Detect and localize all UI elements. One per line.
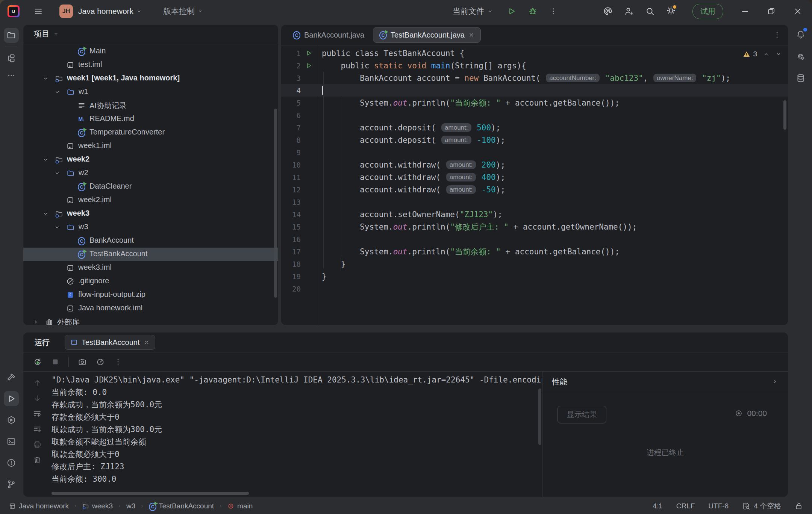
- warnings-indicator[interactable]: 3: [743, 50, 757, 58]
- performance-header[interactable]: 性能: [542, 372, 788, 392]
- console-hscrollbar[interactable]: [52, 492, 249, 495]
- run-tab-testbankaccount[interactable]: TestBankAccount: [65, 335, 155, 350]
- tool-project-button[interactable]: [4, 28, 19, 43]
- code-line-10[interactable]: 10 account.withdraw( amount: 200);: [281, 159, 788, 171]
- tool-services-button[interactable]: [4, 413, 19, 428]
- tool-problems-button[interactable]: [4, 455, 19, 470]
- profiler-icon[interactable]: [96, 357, 105, 366]
- indent-setting[interactable]: 4 个空格: [742, 501, 781, 511]
- run-options-icon[interactable]: [114, 358, 122, 366]
- chevron-down-icon[interactable]: [42, 156, 49, 163]
- line-number[interactable]: 6: [281, 111, 301, 119]
- breadcrumb-testbankaccount[interactable]: CTestBankAccount: [149, 502, 214, 510]
- unlock-icon[interactable]: [795, 502, 803, 510]
- tree-item-datacleaner[interactable]: CDataCleaner: [23, 180, 278, 194]
- line-number[interactable]: 7: [281, 124, 301, 132]
- tree-item-readme-md[interactable]: M↓README.md: [23, 112, 278, 126]
- tree-item-test-iml[interactable]: test.iml: [23, 58, 278, 72]
- tab-options-icon[interactable]: [773, 31, 781, 39]
- breadcrumb-java-homework[interactable]: Java homework: [9, 502, 69, 510]
- line-number[interactable]: 19: [281, 272, 301, 281]
- tab-bankaccount[interactable]: C BankAccount.java: [286, 27, 371, 43]
- breadcrumb-main[interactable]: main: [227, 502, 253, 510]
- restore-button[interactable]: [767, 7, 776, 16]
- next-problem-icon[interactable]: [775, 51, 782, 57]
- tree-item-w3[interactable]: w3: [23, 221, 278, 234]
- tree-item-week3-iml[interactable]: week3.iml: [23, 261, 278, 275]
- code-line-18[interactable]: 18 }: [281, 258, 788, 270]
- notifications-button[interactable]: [793, 27, 808, 42]
- tree-item-week2-iml[interactable]: week2.iml: [23, 194, 278, 207]
- line-number[interactable]: 16: [281, 235, 301, 243]
- ai-assistant-icon[interactable]: [603, 6, 613, 16]
- code-line-12[interactable]: 12 account.withdraw( amount: -50);: [281, 183, 788, 196]
- print-icon[interactable]: [33, 440, 42, 449]
- code-line-9[interactable]: 9: [281, 146, 788, 159]
- code-line-5[interactable]: 5 System.out.println("当前余额: " + account.…: [281, 97, 788, 109]
- show-results-button[interactable]: 显示结果: [557, 406, 606, 423]
- trial-button[interactable]: 试用: [692, 4, 723, 19]
- vcs-menu[interactable]: 版本控制: [163, 6, 203, 17]
- code-line-7[interactable]: 7 account.deposit( amount: 500);: [281, 121, 788, 134]
- line-number[interactable]: 17: [281, 248, 301, 256]
- tree-item-temperatureconverter[interactable]: CTemperatureConverter: [23, 126, 278, 139]
- console-vscrollbar[interactable]: [538, 389, 541, 445]
- soft-wrap-icon[interactable]: [33, 409, 42, 418]
- chevron-right-icon[interactable]: [32, 319, 39, 325]
- line-number[interactable]: 20: [281, 285, 301, 293]
- close-button[interactable]: [793, 7, 802, 16]
- tool-terminal-button[interactable]: [4, 434, 19, 449]
- tree-item-week1-iml[interactable]: week1.iml: [23, 139, 278, 153]
- tree-item-w2[interactable]: w2: [23, 166, 278, 180]
- code-line-1[interactable]: 1public class TestBankAccount {: [281, 47, 788, 59]
- tree-item-flow-input-output-zip[interactable]: flow-input-output.zip: [23, 288, 278, 302]
- code-line-15[interactable]: 15 System.out.println("修改后户主: " + accoun…: [281, 221, 788, 233]
- close-run-tab-icon[interactable]: [144, 339, 150, 345]
- rerun-icon[interactable]: [33, 357, 42, 366]
- tool-commit-button[interactable]: [4, 51, 19, 66]
- line-number[interactable]: 12: [281, 186, 301, 194]
- ai-assistant-button[interactable]: [793, 49, 808, 64]
- chevron-down-icon[interactable]: [42, 210, 49, 217]
- tree-item-week3[interactable]: week3: [23, 207, 278, 221]
- line-number[interactable]: 2: [281, 62, 301, 70]
- code-line-6[interactable]: 6: [281, 109, 788, 121]
- debug-button[interactable]: [528, 6, 538, 16]
- minimize-button[interactable]: [741, 7, 750, 16]
- line-number[interactable]: 8: [281, 136, 301, 144]
- more-tool-windows-button[interactable]: [4, 68, 19, 83]
- settings-button[interactable]: [666, 6, 676, 17]
- line-number[interactable]: 14: [281, 210, 301, 219]
- tree-item-week1-week1-java-homework-[interactable]: week1 [week1, Java homework]: [23, 72, 278, 85]
- code-line-17[interactable]: 17 System.out.println("当前余额: " + account…: [281, 245, 788, 258]
- line-number[interactable]: 18: [281, 260, 301, 268]
- code-line-2[interactable]: 2 public static void main(String[] args)…: [281, 59, 788, 72]
- inspections-widget[interactable]: 3: [743, 50, 782, 58]
- line-number[interactable]: 5: [281, 99, 301, 107]
- file-encoding[interactable]: UTF-8: [708, 502, 729, 510]
- code-line-20[interactable]: 20: [281, 283, 788, 295]
- line-ending[interactable]: CRLF: [676, 502, 695, 510]
- code-line-14[interactable]: 14 account.setOwnerName("ZJ123");: [281, 208, 788, 221]
- tree-item-main[interactable]: CMain: [23, 45, 278, 58]
- project-switcher[interactable]: Java homework: [78, 7, 142, 16]
- code-line-19[interactable]: 19}: [281, 270, 788, 283]
- tree-item-java-homework-iml[interactable]: Java homework.iml: [23, 302, 278, 315]
- editor-scrollbar[interactable]: [783, 100, 786, 130]
- breadcrumb-w3[interactable]: w3: [126, 502, 135, 510]
- code-with-me-icon[interactable]: [624, 6, 634, 16]
- breadcrumb-week3[interactable]: week3: [82, 502, 113, 510]
- scroll-to-end-icon[interactable]: [33, 425, 42, 434]
- line-number[interactable]: 9: [281, 148, 301, 157]
- tool-run-button[interactable]: [4, 391, 19, 406]
- memory-snapshot-icon[interactable]: [78, 357, 87, 366]
- code-line-13[interactable]: 13: [281, 196, 788, 208]
- main-menu-icon[interactable]: [34, 7, 43, 16]
- run-button[interactable]: [507, 6, 517, 16]
- line-number[interactable]: 1: [281, 49, 301, 57]
- tree-item-bankaccount[interactable]: CBankAccount: [23, 234, 278, 248]
- project-avatar[interactable]: JH: [59, 5, 73, 18]
- code-line-3[interactable]: 3 BankAccount account = new BankAccount(…: [281, 72, 788, 84]
- line-number[interactable]: 10: [281, 161, 301, 169]
- up-stacktrace-icon[interactable]: [33, 378, 42, 387]
